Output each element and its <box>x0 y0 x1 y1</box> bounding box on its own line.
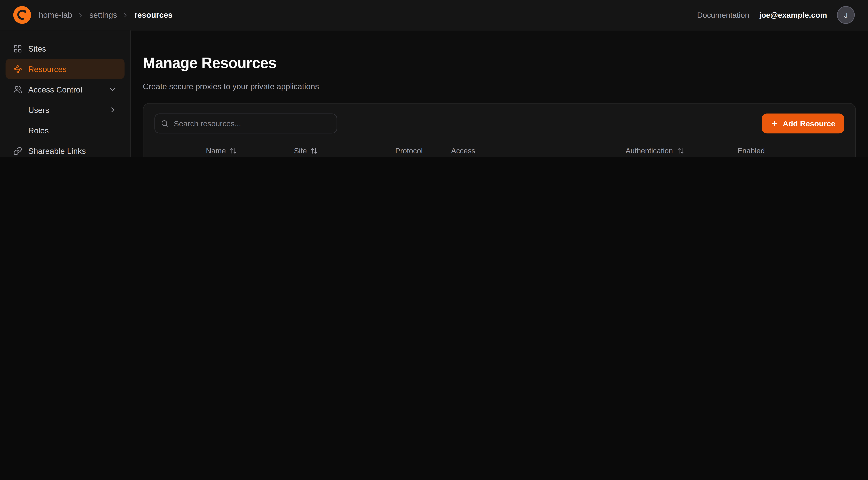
column-header-access: Access <box>451 147 625 155</box>
breadcrumb: home-lab settings resources <box>39 10 173 19</box>
column-header-protocol: Protocol <box>395 147 451 155</box>
avatar[interactable]: J <box>837 6 855 24</box>
table-toolbar: Add Resource <box>155 114 844 133</box>
resources-card: Add Resource Name Site <box>143 103 856 157</box>
app-shell: Sites Resources Access Control Users <box>0 30 868 157</box>
chevron-down-icon <box>108 85 117 94</box>
column-header-enabled: Enabled <box>737 147 812 155</box>
main-content: Manage Resources Create secure proxies t… <box>131 30 868 157</box>
waypoints-icon <box>13 64 22 73</box>
add-resource-button[interactable]: Add Resource <box>762 114 844 133</box>
documentation-link[interactable]: Documentation <box>697 10 749 19</box>
sort-icon <box>311 147 318 154</box>
breadcrumb-resources[interactable]: resources <box>134 10 173 19</box>
chevron-right-icon <box>122 11 129 19</box>
breadcrumb-org[interactable]: home-lab <box>39 10 72 19</box>
sidebar-item-label: Users <box>28 106 49 114</box>
app-logo-icon[interactable] <box>13 6 31 24</box>
sidebar-item-label: Sites <box>28 44 46 53</box>
page-subtitle: Create secure proxies to your private ap… <box>143 82 856 91</box>
sort-icon <box>677 147 684 154</box>
link-icon <box>13 146 22 155</box>
sidebar-item-users[interactable]: Users <box>6 100 125 120</box>
search-container <box>155 114 337 133</box>
chevron-right-icon <box>77 11 85 19</box>
plus-icon <box>771 120 778 127</box>
add-resource-label: Add Resource <box>783 119 835 128</box>
sidebar-item-label: Shareable Links <box>28 146 86 155</box>
sidebar-item-shareable-links[interactable]: Shareable Links <box>6 141 125 157</box>
user-email[interactable]: joe@example.com <box>759 10 827 19</box>
sidebar-item-sites[interactable]: Sites <box>6 38 125 59</box>
chevron-right-icon <box>108 106 117 114</box>
sidebar-item-resources[interactable]: Resources <box>6 59 125 79</box>
sidebar: Sites Resources Access Control Users <box>0 30 131 157</box>
sort-icon <box>230 147 237 154</box>
search-input[interactable] <box>155 114 337 133</box>
column-header-name[interactable]: Name <box>206 147 294 155</box>
users-icon <box>13 85 22 94</box>
sidebar-item-access-control[interactable]: Access Control <box>6 79 125 99</box>
breadcrumb-settings[interactable]: settings <box>89 10 117 19</box>
app-window: home-lab settings resources Documentatio… <box>0 0 868 157</box>
sidebar-item-label: Resources <box>28 64 67 73</box>
search-icon <box>160 119 169 128</box>
sidebar-item-roles[interactable]: Roles <box>6 120 125 141</box>
column-header-site[interactable]: Site <box>294 147 395 155</box>
table-header: Name Site Protocol <box>155 139 844 157</box>
grid-icon <box>13 44 22 53</box>
sidebar-item-label: Roles <box>28 126 49 135</box>
column-header-authentication[interactable]: Authentication <box>625 147 737 155</box>
page-title: Manage Resources <box>143 55 856 72</box>
topbar: home-lab settings resources Documentatio… <box>0 0 868 30</box>
sidebar-item-label: Access Control <box>28 85 82 94</box>
topbar-actions: Documentation joe@example.com J <box>697 6 855 24</box>
